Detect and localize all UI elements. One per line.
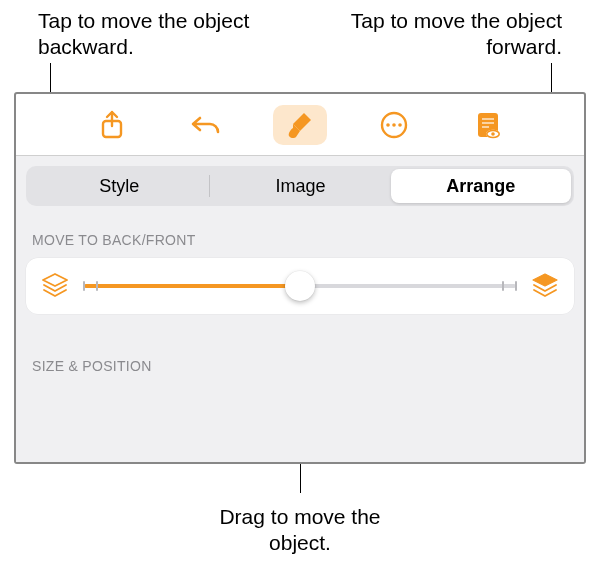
section-move-title: MOVE TO BACK/FRONT	[32, 232, 568, 248]
slider-fill	[84, 284, 300, 288]
undo-icon	[190, 112, 222, 138]
more-icon	[379, 110, 409, 140]
section-size-title: SIZE & POSITION	[32, 358, 568, 374]
format-panel: Style Image Arrange MOVE TO BACK/FRONT	[16, 156, 584, 462]
slider-tick	[502, 281, 504, 291]
svg-point-11	[491, 132, 495, 136]
reading-view-icon	[474, 110, 502, 140]
tab-arrange[interactable]: Arrange	[391, 169, 571, 203]
format-brush-icon	[286, 110, 314, 140]
callout-drag: Drag to move the object.	[190, 504, 410, 557]
undo-button[interactable]	[179, 105, 233, 145]
more-button[interactable]	[367, 105, 421, 145]
reading-view-button[interactable]	[461, 105, 515, 145]
segmented-control: Style Image Arrange	[26, 166, 574, 206]
app-frame: Style Image Arrange MOVE TO BACK/FRONT	[14, 92, 586, 464]
move-forward-button[interactable]	[530, 271, 560, 301]
slider-tick	[83, 281, 85, 291]
callout-forward: Tap to move the object forward.	[342, 8, 562, 61]
stack-front-icon	[530, 273, 560, 299]
layer-slider-row	[26, 258, 574, 314]
svg-point-4	[398, 123, 402, 127]
callout-backward: Tap to move the object backward.	[38, 8, 258, 61]
svg-point-2	[386, 123, 390, 127]
slider-tick	[96, 281, 98, 291]
layer-slider[interactable]	[84, 272, 516, 300]
slider-thumb[interactable]	[285, 271, 315, 301]
tab-style[interactable]: Style	[29, 169, 209, 203]
svg-point-3	[392, 123, 396, 127]
share-icon	[98, 110, 126, 140]
stack-back-icon	[40, 273, 70, 299]
tab-image[interactable]: Image	[210, 169, 390, 203]
top-toolbar	[16, 94, 584, 156]
move-backward-button[interactable]	[40, 271, 70, 301]
share-button[interactable]	[85, 105, 139, 145]
slider-tick	[515, 281, 517, 291]
format-button[interactable]	[273, 105, 327, 145]
